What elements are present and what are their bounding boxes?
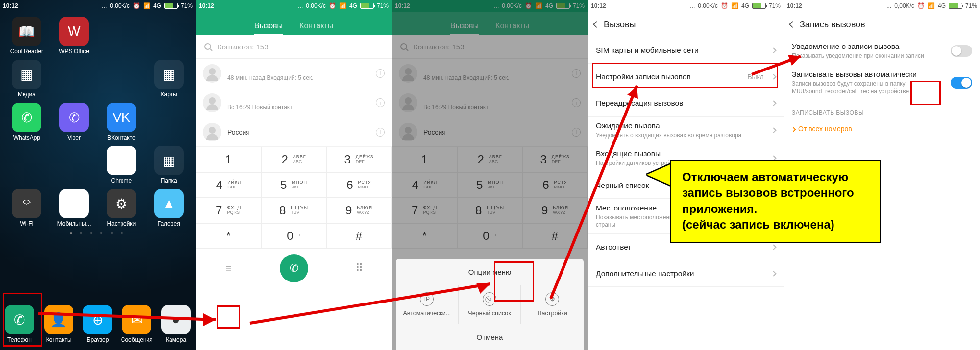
highlight-menu-btn — [217, 305, 240, 329]
chevron-right-icon — [771, 100, 776, 106]
dock-Телефон[interactable]: ✆Телефон — [0, 305, 39, 343]
call-row[interactable]: 48 мин. назад Входящий: 5 сек. i — [196, 59, 392, 88]
app-Медиа[interactable]: ▦Медиа — [3, 60, 50, 98]
search-input[interactable]: Контактов: 153 — [196, 35, 392, 59]
status-bar: 10:12 ...0,00K/c⏰📶4G71% — [784, 0, 980, 12]
key-9[interactable]: 9ЬЭЮЯWXYZ — [326, 198, 392, 223]
callout-tail — [647, 164, 671, 186]
app-Cool Reader[interactable]: 📖Cool Reader — [3, 17, 50, 55]
chevron-right-icon — [771, 47, 776, 53]
bottom-bar: ≡ ✆ ⠿ — [196, 249, 392, 287]
dock-Контакты[interactable]: 👤Контакты — [39, 305, 78, 343]
call-button[interactable]: ✆ — [280, 254, 308, 282]
settings-row[interactable]: SIM карты и мобильные сети — [588, 37, 784, 64]
dock-Браузер[interactable]: ⊕Браузер — [78, 305, 118, 343]
call-row[interactable]: Россия i — [196, 117, 392, 147]
svg-line-1 — [210, 49, 212, 51]
key-#[interactable]: # — [326, 223, 392, 249]
toggle-auto-record[interactable] — [951, 77, 972, 89]
dialer-tabs: Вызовы Контакты — [196, 12, 392, 35]
dock-Сообщения[interactable]: ✉Сообщения — [117, 305, 156, 343]
row-auto-record[interactable]: Записывать вызовы автоматическиЗаписи вы… — [784, 65, 980, 100]
app-empty — [145, 103, 193, 141]
screen-dialer: 10:12 ...0,00K/c⏰📶4G71% Вызовы Контакты … — [196, 0, 392, 350]
app-Viber[interactable]: ✆Viber — [50, 103, 98, 141]
dialpad-toggle[interactable]: ⠿ — [326, 262, 392, 275]
page-dots: ● ○ ○ ○ ○ ○ — [0, 230, 196, 235]
back-icon[interactable] — [789, 21, 796, 28]
avatar — [203, 64, 221, 83]
tab-contacts[interactable]: Контакты — [299, 22, 333, 35]
key-7[interactable]: 7ФХЦЧPQRS — [196, 198, 261, 223]
status-bar: 10:12 ...0,00K/c⏰📶4G71% — [588, 0, 784, 12]
app-Галерея[interactable]: ▲Галерея — [145, 189, 193, 227]
link-all-numbers[interactable]: От всех номеров — [784, 120, 980, 138]
search-icon — [204, 43, 213, 51]
app-WPS Office[interactable]: WWPS Office — [50, 17, 98, 55]
settings-row[interactable]: Ожидание вызоваУведомлять о входящих выз… — [588, 117, 784, 144]
svg-point-0 — [205, 44, 211, 49]
key-*[interactable]: * — [196, 223, 261, 249]
opt-Настройки[interactable]: ⚙Настройки — [521, 285, 584, 324]
settings-row[interactable]: Настройки записи вызововВыкл — [588, 64, 784, 90]
key-6[interactable]: 6РСТУMNO — [326, 172, 392, 198]
app-Папка[interactable]: ▦Папка — [145, 146, 193, 184]
tab-calls[interactable]: Вызовы — [254, 22, 283, 35]
screen-dialer-menu: 10:12 ...0,00K/c⏰📶4G71% ВызовыКонтакты К… — [392, 0, 588, 350]
key-2[interactable]: 2АБВГABC — [261, 147, 326, 172]
page-title: Запись вызовов — [800, 20, 865, 30]
opt-Автоматически...[interactable]: IPАвтоматически... — [396, 285, 459, 324]
info-icon[interactable]: i — [376, 128, 385, 137]
app-empty — [145, 17, 193, 55]
key-0[interactable]: 0+ — [261, 223, 326, 249]
app-Мобильны...[interactable]: ⇅Мобильны... — [50, 189, 98, 227]
chevron-right-icon — [771, 271, 776, 276]
info-icon[interactable]: i — [376, 98, 385, 107]
app-WhatsApp[interactable]: ✆WhatsApp — [3, 103, 50, 141]
chevron-right-icon — [771, 244, 776, 250]
settings-row[interactable]: Переадресация вызовов — [588, 90, 784, 117]
app-empty — [98, 17, 146, 55]
key-1[interactable]: 1 — [196, 147, 261, 172]
options-sheet: Опции меню IPАвтоматически...⃠Черный спи… — [396, 259, 584, 350]
key-8[interactable]: 8ШЩЪЫTUV — [261, 198, 326, 223]
back-icon[interactable] — [593, 21, 600, 28]
app-empty — [50, 146, 98, 184]
callout: Отключаем автоматическую запись вызовов … — [670, 160, 881, 243]
toggle-notify[interactable] — [951, 45, 972, 57]
key-4[interactable]: 4ИЙКЛGHI — [196, 172, 261, 198]
app-empty — [98, 60, 146, 98]
key-5[interactable]: 5МНОПJKL — [261, 172, 326, 198]
app-ВКонтакте[interactable]: VKВКонтакте — [98, 103, 146, 141]
page-title: Вызовы — [604, 20, 636, 30]
app-Chrome[interactable]: ◉Chrome — [98, 146, 146, 184]
app-empty — [3, 146, 50, 184]
header: Вызовы — [588, 12, 784, 37]
app-Настройки[interactable]: ⚙Настройки — [98, 189, 146, 227]
status-bar: 10:12 ... 0,00K/c⏰📶 4G 71% — [0, 0, 196, 12]
chevron-right-icon — [771, 74, 776, 79]
opt-Черный список[interactable]: ⃠Черный список — [459, 285, 521, 324]
call-row[interactable]: Вс 16:29 Новый контакт i — [196, 88, 392, 117]
settings-row[interactable]: Дополнительные настройки — [588, 260, 784, 287]
cancel-button[interactable]: Отмена — [396, 324, 584, 350]
battery-icon — [164, 3, 178, 9]
app-Wi-Fi[interactable]: ⌔Wi-Fi — [3, 189, 50, 227]
status-bar: 10:12 ...0,00K/c⏰📶4G71% — [196, 0, 392, 12]
avatar — [203, 123, 221, 141]
key-3[interactable]: 3ДЕЁЖЗDEF — [326, 147, 392, 172]
screen-home: 10:12 ... 0,00K/c⏰📶 4G 71% 📖Cool ReaderW… — [0, 0, 196, 350]
app-empty — [50, 60, 98, 98]
app-Карты[interactable]: ▦Карты — [145, 60, 193, 98]
avatar — [203, 93, 221, 112]
menu-button[interactable]: ≡ — [196, 262, 261, 275]
info-icon[interactable]: i — [376, 69, 385, 78]
chevron-right-icon — [771, 127, 776, 133]
sheet-title: Опции меню — [396, 259, 584, 285]
section-label: ЗАПИСЫВАТЬ ВЫЗОВЫ — [784, 100, 980, 120]
row-notify[interactable]: Уведомление о записи вызоваПоказывать ув… — [784, 37, 980, 65]
dock-Камера[interactable]: ●Камера — [156, 305, 196, 343]
